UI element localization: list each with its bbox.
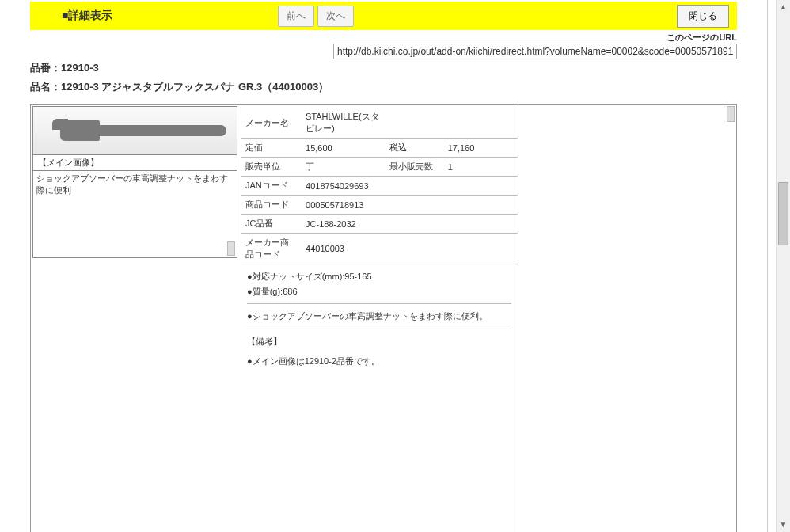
spec-row: JANコード4018754029693 [241,177,518,196]
spec-value: 15,600 [301,139,385,158]
product-image [33,107,237,154]
notes-block: ●対応ナットサイズ(mm):95-165 ●質量(g):686 ●ショックアブソ… [241,264,518,373]
spec-table: メーカー名STAHLWILLE(スタビレー)定価15,600税込17,160販売… [241,108,518,264]
spec-row: 商品コード000505718913 [241,196,518,215]
product-name-value: 12910-3 アジャスタブルフックスパナ GR.3（44010003） [61,81,329,93]
spec-label: 定価 [241,139,301,158]
spec-row: 販売単位丁最小販売数1 [241,158,518,177]
wrench-icon [44,120,226,141]
spec-value [443,234,518,264]
url-label: このページのURL [667,32,737,44]
image-description-text: ショックアブソーバーの車高調整ナットをまわす際に便利 [36,173,228,195]
spec-value: STAHLWILLE(スタビレー) [301,108,385,139]
product-name-label: 品名： [30,81,61,93]
spec-label [385,234,443,264]
spec-label: 販売単位 [241,158,301,177]
spec-value: 1 [443,158,518,177]
header-bar: ■詳細表示 前へ 次へ 閉じる [30,2,737,30]
spec-label: メーカー名 [241,108,301,139]
spec-label: JANコード [241,177,301,196]
product-name-row: 品名：12910-3 アジャスタブルフックスパナ GR.3（44010003） [30,80,737,94]
spec-label [385,177,443,196]
content-frame: 【メイン画像】 ショックアブソーバーの車高調整ナットをまわす際に便利 メーカー名… [30,104,737,532]
spec-label [385,108,443,139]
next-button[interactable]: 次へ [317,6,354,27]
spec-value: JC-188-2032 [301,215,385,234]
remark-label: 【備考】 [247,334,511,349]
spec-label: 最小販売数 [385,158,443,177]
page-title: ■詳細表示 [62,9,112,23]
scroll-down-icon[interactable]: ▼ [777,518,790,532]
product-code-label: 品番： [30,62,61,74]
page-url-field[interactable] [333,44,737,59]
window-scrollbar[interactable]: ▲ ▼ [776,0,790,532]
spec-row: 定価15,600税込17,160 [241,139,518,158]
spec-label: 税込 [385,139,443,158]
note-image-ref: ●メイン画像は12910-2品番です。 [247,354,511,369]
spec-value: 4018754029693 [301,177,385,196]
right-panel [518,104,736,532]
spec-label: JC品番 [241,215,301,234]
spec-row: JC品番JC-188-2032 [241,215,518,234]
spec-label [385,215,443,234]
scroll-up-icon[interactable]: ▲ [777,0,790,14]
scroll-thumb[interactable] [778,182,788,245]
spec-value [443,177,518,196]
spec-value [443,215,518,234]
note-nut-size: ●対応ナットサイズ(mm):95-165 [247,269,511,284]
spec-row: メーカー名STAHLWILLE(スタビレー) [241,108,518,139]
main-image-box: 【メイン画像】 [32,106,237,171]
spec-value: 44010003 [301,234,385,264]
resize-grip-icon[interactable] [227,241,235,256]
spec-row: メーカー商品コード44010003 [241,234,518,264]
product-code-value: 12910-3 [61,62,99,74]
spec-value: 17,160 [443,139,518,158]
spec-label: 商品コード [241,196,301,215]
close-button[interactable]: 閉じる [677,5,729,28]
scroll-thumb-icon[interactable] [727,106,735,122]
note-usage: ●ショックアブソーバーの車高調整ナットをまわす際に便利。 [247,309,511,324]
spec-value [443,196,518,215]
image-description: ショックアブソーバーの車高調整ナットをまわす際に便利 [32,171,237,258]
spec-value [443,108,518,139]
spec-label [385,196,443,215]
spec-label: メーカー商品コード [241,234,301,264]
prev-button[interactable]: 前へ [278,6,314,27]
spec-value: 丁 [301,158,385,177]
image-caption: 【メイン画像】 [33,154,237,170]
spec-value: 000505718913 [301,196,385,215]
product-code-row: 品番：12910-3 [30,61,737,75]
note-weight: ●質量(g):686 [247,284,511,299]
